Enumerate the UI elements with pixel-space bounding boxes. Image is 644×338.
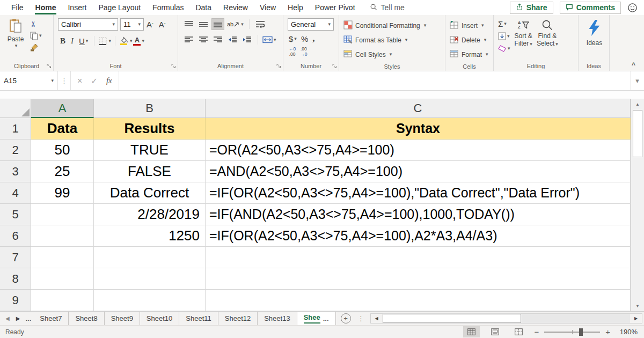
clear-button[interactable]: ▾ [498, 43, 510, 53]
italic-button[interactable]: I [69, 35, 76, 47]
cell-C9[interactable] [206, 290, 631, 311]
comma-style-button[interactable]: , [312, 33, 314, 44]
align-middle-button[interactable] [197, 18, 210, 30]
cell-A9[interactable] [31, 290, 94, 311]
grow-font-button[interactable]: Aˆ [144, 20, 156, 29]
sheet-tab-sheet7[interactable]: Sheet7 [33, 312, 69, 325]
sheet-overflow-indicator[interactable]: ... [25, 312, 33, 325]
tab-data[interactable]: Data [189, 0, 217, 15]
cancel-button[interactable]: × [77, 76, 82, 86]
insert-function-button[interactable]: fx [106, 76, 112, 85]
cell-A7[interactable] [31, 247, 94, 268]
increase-decimal-button[interactable]: ←0.00 [289, 47, 296, 57]
sheet-tab-sheet11[interactable]: Sheet11 [179, 312, 218, 325]
tab-help[interactable]: Help [282, 0, 309, 15]
format-cells-button[interactable]: Format▾ [450, 47, 490, 62]
cell-A5[interactable] [31, 204, 94, 225]
feedback-smiley-icon[interactable] [627, 3, 638, 13]
cell-C5[interactable]: =IF(AND(A2<50,A3<>75,A4>=100),1000,TODAY… [206, 204, 631, 225]
tab-view[interactable]: View [254, 0, 282, 15]
percent-button[interactable]: % [301, 34, 308, 43]
autosum-button[interactable]: Σ▾ [498, 19, 510, 28]
sort-filter-button[interactable]: AZ Sort & Filter▾ [515, 18, 532, 61]
cell-C7[interactable] [206, 247, 631, 268]
cut-button[interactable]: ✂ [28, 21, 38, 27]
wrap-text-button[interactable] [254, 18, 267, 30]
horizontal-scrollbar[interactable]: ◀ ▶ [370, 313, 642, 324]
name-box[interactable]: A15 ▾ [0, 71, 58, 90]
conditional-formatting-button[interactable]: Conditional Formatting▾ [343, 18, 442, 33]
align-right-button[interactable] [211, 34, 224, 46]
horizontal-scroll-track[interactable] [521, 314, 630, 323]
scroll-down-icon[interactable]: ▼ [631, 300, 644, 311]
vertical-scroll-thumb[interactable] [633, 110, 642, 157]
sheet-tab-sheet12[interactable]: Sheet12 [218, 312, 258, 325]
currency-button[interactable]: $▾ [289, 34, 297, 43]
decrease-decimal-button[interactable]: .00→0 [300, 47, 307, 57]
format-painter-button[interactable] [30, 43, 39, 52]
cell-B6[interactable]: 1250 [94, 225, 206, 247]
decrease-indent-button[interactable] [226, 34, 239, 46]
underline-button[interactable]: U▾ [77, 35, 90, 47]
column-header-A[interactable]: A [31, 99, 94, 118]
merge-center-button[interactable]: ▾ [262, 36, 276, 43]
zoom-slider-handle[interactable] [579, 328, 583, 336]
copy-button[interactable]: ▾ [30, 31, 42, 40]
row-header-8[interactable]: 8 [0, 268, 31, 290]
cell-B1[interactable]: Results [94, 118, 206, 139]
shrink-font-button[interactable]: Aˇ [156, 20, 169, 29]
number-format-combo[interactable]: General▾ [288, 18, 334, 31]
formula-input[interactable] [119, 71, 630, 90]
cell-A6[interactable] [31, 225, 94, 247]
collapse-ribbon-icon[interactable]: ^ [632, 61, 635, 69]
row-header-1[interactable]: 1 [0, 118, 31, 139]
cell-B5[interactable]: 2/28/2019 [94, 204, 206, 225]
increase-indent-button[interactable] [240, 34, 253, 46]
cell-styles-button[interactable]: Cell Styles▾ [343, 47, 442, 62]
page-break-preview-button[interactable] [510, 326, 527, 337]
cell-C6[interactable]: =IF(OR(A2<50,A3<>75,A4>=100),A2*A3,A4/A3… [206, 225, 631, 247]
row-header-4[interactable]: 4 [0, 182, 31, 204]
cell-B9[interactable] [94, 290, 206, 311]
cell-B2[interactable]: TRUE [94, 139, 206, 161]
tab-insert[interactable]: Insert [62, 0, 92, 15]
alignment-dialog-launcher[interactable] [276, 64, 281, 69]
row-header-6[interactable]: 6 [0, 225, 31, 247]
fill-color-button[interactable]: ▾ [119, 36, 133, 46]
new-sheet-button[interactable]: + [341, 313, 351, 324]
comments-button[interactable]: Comments [560, 2, 621, 14]
align-center-button[interactable] [197, 34, 210, 46]
tab-home[interactable]: Home [30, 0, 62, 15]
cell-A8[interactable] [31, 268, 94, 290]
cell-A3[interactable]: 25 [31, 161, 94, 182]
cell-B8[interactable] [94, 268, 206, 290]
row-header-3[interactable]: 3 [0, 161, 31, 182]
tab-formulas[interactable]: Formulas [147, 0, 189, 15]
cell-C1[interactable]: Syntax [206, 118, 631, 139]
cell-C4[interactable]: =IF(OR(A2<50,A3<>75,A4>=100),"Data Corre… [206, 182, 631, 204]
sheet-tab-sheet10[interactable]: Sheet10 [140, 312, 179, 325]
tabbar-resize-handle[interactable]: ⋮ [356, 312, 367, 325]
zoom-out-button[interactable]: − [534, 327, 539, 336]
zoom-level[interactable]: 190% [617, 328, 638, 336]
scroll-left-icon[interactable]: ◀ [371, 314, 383, 323]
scroll-up-icon[interactable]: ▲ [631, 99, 644, 109]
cell-C3[interactable]: =AND(A2<50,A3<>75,A4>=100) [206, 161, 631, 182]
align-left-button[interactable] [182, 34, 195, 46]
normal-view-button[interactable] [463, 326, 480, 337]
row-header-2[interactable]: 2 [0, 139, 31, 161]
sheet-tab-sheet13[interactable]: Sheet13 [258, 312, 297, 325]
format-as-table-button[interactable]: Format as Table▾ [343, 33, 442, 47]
row-header-7[interactable]: 7 [0, 247, 31, 268]
align-bottom-button[interactable] [211, 18, 224, 30]
sheet-tab-sheet9[interactable]: Sheet9 [105, 312, 140, 325]
ideas-button[interactable]: Ideas [587, 18, 602, 47]
column-header-C[interactable]: C [206, 99, 631, 118]
bold-button[interactable]: B [58, 35, 68, 47]
tell-me[interactable]: Tell me [370, 0, 405, 15]
font-color-button[interactable]: A▾ [133, 36, 144, 46]
namebox-resize-handle[interactable]: ⋮ [58, 71, 70, 90]
enter-button[interactable]: ✓ [91, 76, 98, 86]
share-button[interactable]: Share [510, 2, 553, 14]
vertical-scrollbar[interactable]: ▲ ▼ [631, 99, 644, 311]
